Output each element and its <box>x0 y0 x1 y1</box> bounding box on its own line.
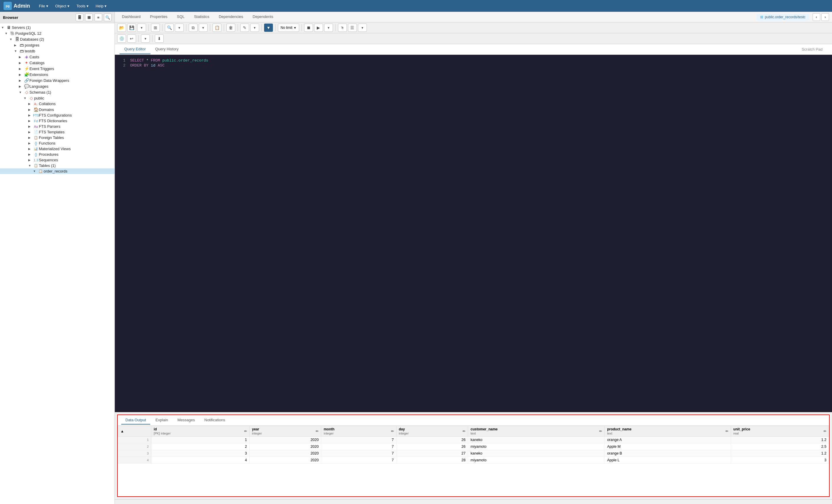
tree-item-order-records[interactable]: ▼ 📋 order_records <box>0 168 114 174</box>
tree-item-materialized-views[interactable]: ▶ 📊 Materialized Views <box>0 146 114 152</box>
grid-view-button[interactable]: ⊞ <box>151 24 160 32</box>
stop-button[interactable]: ⏹ <box>304 24 313 32</box>
tab-query-editor[interactable]: Query Editor <box>120 45 151 54</box>
run-dropdown-button[interactable]: ▼ <box>324 24 333 32</box>
tab-dashboard[interactable]: Dashboard <box>118 12 145 21</box>
tree-item-catalogs[interactable]: ▶ ✦ Catalogs <box>0 60 114 65</box>
pointer-button[interactable]: 🖱 <box>338 24 347 32</box>
tree-item-domains[interactable]: ▶ 🏠 Domains <box>0 107 114 112</box>
col-edit-product[interactable]: ✏ <box>725 429 728 433</box>
icon-sequences: 1.3 <box>33 158 39 162</box>
more-dropdown-button[interactable]: ▼ <box>358 24 367 32</box>
paste-button[interactable]: 📋 <box>213 24 222 32</box>
cell-id-4: 4 <box>151 457 250 464</box>
tree-item-collations[interactable]: ▶ A↓ Collations <box>0 101 114 107</box>
commit-button[interactable]: 💿 <box>117 34 126 43</box>
tab-statistics[interactable]: Statistics <box>190 12 213 21</box>
download-button[interactable]: ⬇ <box>155 34 164 43</box>
search-button[interactable]: 🔍 <box>165 24 174 32</box>
icon-fdw: 🔗 <box>24 78 29 83</box>
col-name-customer: customer_name <box>470 427 498 431</box>
icon-public: ◇ <box>28 96 34 100</box>
tab-notifications[interactable]: Notifications <box>200 416 229 425</box>
tree-item-functions[interactable]: ▶ {} Functions <box>0 140 114 146</box>
copy-dropdown-button[interactable]: ▼ <box>199 24 208 32</box>
tree-item-event-triggers[interactable]: ▶ ⚡ Event Triggers <box>0 65 114 72</box>
tree-item-sequences[interactable]: ▶ 1.3 Sequences <box>0 157 114 163</box>
tree-item-schemas[interactable]: ▼ ◇ Schemas (1) <box>0 89 114 95</box>
tab-messages[interactable]: Messages <box>174 416 199 425</box>
sql-code-2: ORDER BY id ASC <box>130 63 164 68</box>
tree-item-databases[interactable]: ▼ 🗄 Databases (2) <box>0 36 114 42</box>
tab-properties[interactable]: Properties <box>146 12 172 21</box>
search-dropdown-button[interactable]: ▼ <box>175 24 184 32</box>
cell-year-2: 2020 <box>250 443 321 450</box>
copy-button[interactable]: ⧉ <box>189 24 198 32</box>
tree-item-postgres[interactable]: ▶ 🗃 postgres <box>0 42 114 48</box>
tree-item-fts-templates[interactable]: ▶ 📄 FTS Templates <box>0 129 114 135</box>
bottom-scrollbar[interactable] <box>115 499 832 504</box>
cell-year-1: 2020 <box>250 436 321 443</box>
browser-grid-icon[interactable]: ⊞ <box>85 14 93 21</box>
col-edit-month[interactable]: ✏ <box>391 429 394 433</box>
col-name-price: unit_price <box>733 427 750 431</box>
run-button[interactable]: ▶ <box>314 24 323 32</box>
tree-item-extensions[interactable]: ▶ 🧩 Extensions <box>0 72 114 77</box>
open-file-button[interactable]: 📂 <box>117 24 126 32</box>
tab-explain[interactable]: Explain <box>151 416 172 425</box>
no-limit-dropdown[interactable]: No limit ▼ <box>278 24 299 32</box>
col-name-day: day <box>399 427 409 431</box>
nav-file[interactable]: File ▾ <box>36 3 51 9</box>
tree-item-public[interactable]: ▼ ◇ public <box>0 95 114 101</box>
col-edit-price[interactable]: ✏ <box>824 429 826 433</box>
browser-search-icon[interactable]: 🔍 <box>104 14 111 21</box>
tree-item-tables[interactable]: ▼ 📋 Tables (1) <box>0 163 114 168</box>
no-limit-label: No limit <box>281 26 292 30</box>
edit-dropdown-button[interactable]: ▼ <box>250 24 259 32</box>
col-edit-customer[interactable]: ✏ <box>599 429 602 433</box>
col-edit-id[interactable]: ✏ <box>244 429 247 433</box>
active-file-tab[interactable]: ⊞ public.order_records/testc <box>757 14 809 20</box>
nav-help[interactable]: Help ▾ <box>93 3 109 9</box>
arrow-catalogs: ▶ <box>19 61 24 64</box>
tab-sql[interactable]: SQL <box>173 12 189 21</box>
tree-item-languages[interactable]: ▶ 💬 Languages <box>0 83 114 89</box>
save-dropdown-button[interactable]: ▼ <box>137 24 146 32</box>
browser-query-icon[interactable]: ≡ <box>95 14 102 21</box>
nav-tools[interactable]: Tools ▾ <box>74 3 92 9</box>
tree-item-fts-dict[interactable]: ▶ Fd FTS Dictionaries <box>0 118 114 124</box>
tree-item-servers[interactable]: ▼ 🖥 Servers (1) <box>0 24 114 30</box>
tree-item-postgresql12[interactable]: ▼ 🐘 PostgreSQL 12 <box>0 30 114 36</box>
tab-data-output[interactable]: Data Output <box>121 416 150 425</box>
rollback-button[interactable]: ↩ <box>127 34 136 43</box>
tab-dependents[interactable]: Dependents <box>249 12 277 21</box>
tab-prev-arrow[interactable]: ‹ <box>812 13 820 21</box>
arrow-schemas: ▼ <box>19 91 24 94</box>
tab-next-arrow[interactable]: › <box>822 13 829 21</box>
browser-db-icon[interactable]: 🗄 <box>76 14 83 21</box>
save-button[interactable]: 💾 <box>127 24 136 32</box>
tab-query-history[interactable]: Query History <box>151 45 183 54</box>
tree-item-foreign-data-wrappers[interactable]: ▶ 🔗 Foreign Data Wrappers <box>0 77 114 83</box>
delete-button[interactable]: 🗑 <box>226 24 235 32</box>
tree-item-foreign-tables[interactable]: ▶ 📋 Foreign Tables <box>0 135 114 140</box>
tree-item-fts-config[interactable]: ▶ FTS FTS Configurations <box>0 112 114 118</box>
tree-item-procedures[interactable]: ▶ {} Procedures <box>0 152 114 157</box>
tree-item-testdb[interactable]: ▼ 🗃 testdb <box>0 48 114 54</box>
arrow-pg12: ▼ <box>5 32 9 35</box>
icon-schemas: ◇ <box>24 90 29 95</box>
tree-item-casts[interactable]: ▶ ◈ Casts <box>0 54 114 60</box>
tab-dependencies[interactable]: Dependencies <box>215 12 247 21</box>
col-edit-day[interactable]: ✏ <box>463 429 465 433</box>
edit-button[interactable]: ✎ <box>240 24 249 32</box>
tree-item-fts-parsers[interactable]: ▶ Aa FTS Parsers <box>0 124 114 129</box>
grid-button[interactable]: ☰ <box>348 24 357 32</box>
col-edit-year[interactable]: ✏ <box>316 429 318 433</box>
nav-object[interactable]: Object ▾ <box>52 3 72 9</box>
sql-editor[interactable]: 1 SELECT * FROM public.order_records 2 O… <box>115 55 832 412</box>
label-functions: Functions <box>39 141 55 145</box>
filter-button[interactable]: ▼ <box>264 24 273 32</box>
arrow-collations: ▶ <box>28 102 33 105</box>
macro-dropdown-button[interactable]: ▼ <box>141 34 150 43</box>
label-servers: Servers (1) <box>12 25 31 30</box>
